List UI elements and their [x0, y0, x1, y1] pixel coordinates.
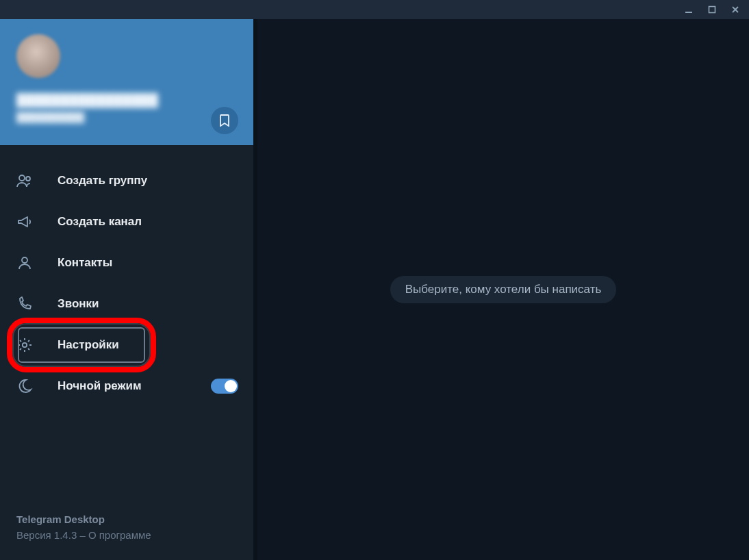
- avatar[interactable]: [16, 34, 60, 78]
- menu-label: Создать группу: [58, 174, 238, 188]
- menu-label: Контакты: [58, 256, 238, 270]
- app-frame: ████████████████ ██████████ Создать груп…: [0, 19, 749, 560]
- svg-rect-0: [685, 12, 692, 13]
- moon-icon: [15, 378, 34, 394]
- profile-phone: ██████████: [16, 112, 237, 123]
- close-button[interactable]: [726, 1, 745, 18]
- menu-item-night-mode[interactable]: Ночной режим: [0, 366, 253, 407]
- titlebar: [0, 0, 749, 19]
- menu-item-contacts[interactable]: Контакты: [0, 242, 253, 283]
- profile-name: ████████████████: [16, 93, 237, 107]
- menu-label: Создать канал: [58, 215, 238, 229]
- menu-item-new-group[interactable]: Создать группу: [0, 160, 253, 201]
- minimize-button[interactable]: [679, 1, 698, 18]
- menu-item-settings[interactable]: Настройки: [0, 324, 253, 366]
- svg-point-5: [23, 343, 27, 347]
- maximize-button[interactable]: [702, 1, 722, 18]
- bookmark-icon: [219, 114, 230, 127]
- chat-area: Выберите, кому хотели бы написать: [253, 19, 749, 560]
- menu-label: Настройки: [58, 338, 238, 352]
- menu-item-new-channel[interactable]: Создать канал: [0, 201, 253, 242]
- profile-panel: ████████████████ ██████████: [0, 19, 253, 145]
- menu-label: Ночной режим: [58, 379, 188, 393]
- svg-point-4: [22, 257, 27, 263]
- svg-point-3: [26, 177, 30, 181]
- sidebar-footer: Telegram Desktop Версия 1.4.3 – О програ…: [0, 513, 253, 560]
- svg-point-2: [19, 175, 25, 181]
- svg-rect-1: [709, 7, 715, 13]
- app-name: Telegram Desktop: [16, 513, 237, 525]
- phone-icon: [15, 296, 34, 312]
- sidebar: ████████████████ ██████████ Создать груп…: [0, 19, 253, 560]
- app-version[interactable]: Версия 1.4.3 – О программе: [16, 529, 237, 541]
- saved-messages-button[interactable]: [211, 107, 238, 134]
- night-mode-toggle[interactable]: [211, 379, 238, 394]
- empty-chat-placeholder: Выберите, кому хотели бы написать: [390, 276, 617, 303]
- sidebar-menu: Создать группу Создать канал Контакты Зв…: [0, 145, 253, 407]
- person-icon: [15, 255, 34, 271]
- menu-label: Звонки: [58, 297, 238, 311]
- megaphone-icon: [15, 214, 34, 229]
- group-icon: [15, 173, 34, 188]
- menu-item-calls[interactable]: Звонки: [0, 283, 253, 324]
- gear-icon: [15, 337, 34, 353]
